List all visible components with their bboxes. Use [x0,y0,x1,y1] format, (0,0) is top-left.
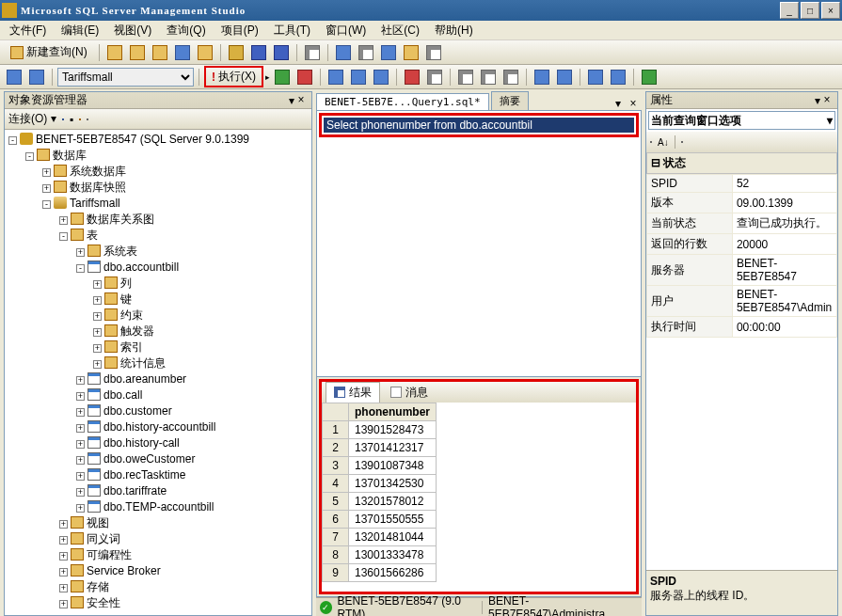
tab-query[interactable]: BENET-5EB7E...Query1.sql* [316,93,489,110]
dropdown-icon[interactable]: ▸ [265,72,270,82]
parse-button[interactable] [272,68,293,87]
cell[interactable]: 13701412317 [349,439,437,457]
menu-help[interactable]: 帮助(H) [429,21,479,40]
menu-query[interactable]: 查询(Q) [161,21,211,40]
tb-btn[interactable] [104,43,125,62]
tree-toggle[interactable]: + [76,504,85,513]
sql-editor[interactable]: Select phonenumber from dbo.accountbil [316,110,642,377]
tab-dropdown-icon[interactable]: ▾ [612,97,625,110]
tb-btn[interactable] [478,68,499,87]
prop-key[interactable]: 版本 [647,193,733,213]
properties-icon[interactable] [681,141,683,143]
row-header[interactable]: 9 [323,564,349,582]
tree-toggle[interactable]: + [59,584,68,592]
open-button[interactable] [226,43,246,62]
close-button[interactable]: × [821,2,840,19]
tab-close-icon[interactable]: × [627,97,640,110]
tb-btn[interactable] [608,68,628,87]
cell[interactable]: 13201481044 [349,529,437,546]
tb-btn[interactable] [455,68,476,87]
tb-btn[interactable] [424,68,445,87]
tree-toggle[interactable]: + [93,328,102,337]
cancel-button[interactable] [294,68,315,87]
cell[interactable]: 13901528473 [349,421,437,439]
database-dropdown[interactable]: Tariffsmall [57,68,194,87]
tb-btn[interactable] [195,43,215,62]
row-header[interactable]: 8 [323,546,349,564]
tb-btn[interactable] [127,43,148,62]
prop-key[interactable]: 返回的行数 [647,234,733,255]
tree-toggle[interactable]: + [76,488,85,497]
menu-file[interactable]: 文件(F) [4,21,52,40]
menu-view[interactable]: 视图(V) [108,21,157,40]
tree-toggle[interactable]: + [59,600,68,608]
filter-icon[interactable] [79,118,81,120]
tab-results[interactable]: 结果 [326,382,380,403]
tab-summary[interactable]: 摘要 [491,91,529,110]
tb-btn[interactable] [326,68,346,87]
tb-btn[interactable] [378,43,399,62]
tree-toggle[interactable]: - [42,200,51,209]
menu-project[interactable]: 项目(P) [215,21,264,40]
summary-icon[interactable] [87,118,88,120]
property-selection[interactable]: 当前查询窗口选项 ▾ [648,111,835,130]
execute-button[interactable]: ! 执行(X) [204,66,263,87]
cell[interactable]: 13901087348 [349,457,437,475]
connect-dropdown[interactable]: 连接(O) ▾ [8,111,56,127]
tb-btn[interactable] [554,68,575,87]
tree-toggle[interactable]: + [76,248,85,257]
prop-key[interactable]: 执行时间 [647,317,733,338]
row-header[interactable]: 5 [323,493,349,511]
prop-key[interactable]: 用户 [647,286,733,317]
tree-toggle[interactable]: + [93,344,102,353]
row-header[interactable]: 3 [323,457,349,475]
tree-toggle[interactable]: - [76,264,85,273]
close-icon[interactable]: × [294,94,308,107]
sort-az-icon[interactable]: A↓ [658,137,669,148]
tree-toggle[interactable]: + [59,536,68,545]
tb-btn[interactable] [333,43,354,62]
tree-toggle[interactable]: + [76,376,85,385]
row-header[interactable]: 4 [323,475,349,493]
tb-btn[interactable] [500,68,521,87]
menu-tools[interactable]: 工具(T) [268,21,316,40]
tree-toggle[interactable]: - [8,136,17,145]
maximize-button[interactable]: □ [801,2,819,19]
tb-btn[interactable] [401,43,421,62]
new-query-button[interactable]: 新建查询(N) [4,43,94,62]
tb-btn[interactable] [150,43,170,62]
tb-btn[interactable] [371,68,391,87]
tree-toggle[interactable]: + [93,312,102,321]
tb-btn[interactable] [423,43,444,62]
dropdown-icon[interactable]: ▾ [827,114,833,127]
tree-toggle[interactable]: + [76,472,85,481]
refresh-icon[interactable] [62,118,64,120]
tb-btn[interactable] [302,43,323,62]
tree-toggle[interactable]: + [59,568,68,577]
save-all-button[interactable] [271,43,292,62]
tb-btn[interactable] [26,68,47,87]
cell[interactable]: 13201578012 [349,493,437,511]
prop-key[interactable]: SPID [647,175,733,193]
tree-toggle[interactable]: - [59,232,68,241]
tree-toggle[interactable]: + [76,408,85,417]
tb-btn[interactable] [348,68,369,87]
close-icon[interactable]: × [820,94,834,107]
row-header[interactable]: 1 [323,421,349,439]
prop-key[interactable]: 服务器 [647,255,733,286]
tb-btn[interactable] [532,68,552,87]
tree-toggle[interactable]: + [59,520,68,529]
menu-window[interactable]: 窗口(W) [320,21,372,40]
tb-btn[interactable] [585,68,606,87]
categorize-icon[interactable] [650,141,652,143]
tb-btn[interactable] [402,68,422,87]
tree-toggle[interactable]: + [59,552,68,561]
cell[interactable]: 13601566286 [349,564,437,582]
cell[interactable]: 13001333478 [349,546,437,564]
tab-messages[interactable]: 消息 [382,382,437,403]
tree-toggle[interactable]: + [93,280,102,289]
tree-toggle[interactable]: + [76,392,85,401]
result-grid[interactable]: phonenumber 113901528473 213701412317 31… [322,403,636,592]
tb-btn[interactable] [639,68,659,87]
category-header[interactable]: ⊟ 状态 [646,152,837,174]
